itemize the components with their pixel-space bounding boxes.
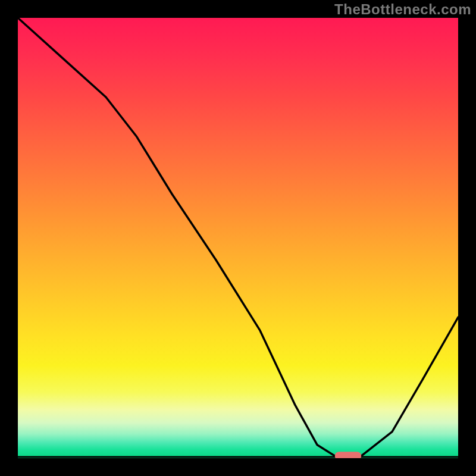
bottleneck-curve-line bbox=[18, 18, 458, 456]
chart-plot-area bbox=[18, 18, 458, 458]
optimal-target-marker bbox=[335, 452, 361, 458]
chart-svg bbox=[18, 18, 458, 458]
watermark-label: TheBottleneck.com bbox=[334, 1, 471, 18]
